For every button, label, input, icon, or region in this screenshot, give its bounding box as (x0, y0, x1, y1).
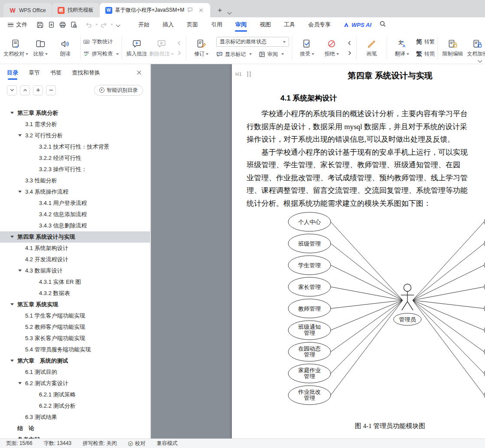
read-aloud-button[interactable]: 朗读 (53, 36, 78, 59)
toc-item[interactable]: 第三章 系统分析 (0, 107, 150, 119)
print-preview-button[interactable] (68, 19, 79, 30)
menu-tab-插入[interactable]: 插入 (156, 17, 180, 32)
quickbar-more-chevron-icon[interactable] (116, 23, 120, 27)
sidebar-tab-章节[interactable]: 章节 (29, 64, 40, 81)
close-sidebar-icon[interactable] (135, 69, 143, 77)
toc-item[interactable]: 4.2 开发流程设计 (0, 254, 150, 265)
undo-button[interactable] (83, 19, 94, 30)
toc-item[interactable]: 参考文献 (0, 434, 150, 438)
toc-expand-arrow-icon[interactable] (10, 112, 14, 114)
toc-item[interactable]: 结 论 (0, 423, 150, 434)
toc-item[interactable]: 4.3.2 数据表 (0, 288, 150, 299)
sidebar-tab-目录[interactable]: 目录 (7, 64, 18, 81)
toc-expand-arrow-icon[interactable] (10, 360, 14, 362)
restrict-editing-button[interactable]: 限制编辑 (440, 36, 465, 59)
accept-revision-button[interactable]: 接受 (295, 36, 319, 59)
word-count-indicator[interactable]: 字数: 13443 (44, 440, 72, 447)
toc-item[interactable]: 3.4 系统操作流程 (0, 186, 150, 198)
menu-tab-开始[interactable]: 开始 (132, 17, 156, 32)
wps-ai-button[interactable]: WPS AI (343, 22, 371, 28)
sidebar-tab-书签[interactable]: 书签 (50, 64, 62, 81)
review-pane-button[interactable]: 审阅 (259, 49, 284, 59)
show-markup-button[interactable]: 显示标记 (216, 49, 252, 59)
toc-item[interactable]: 6.3 测试结果 (0, 412, 150, 423)
toc-item[interactable]: 3.4.3 信息删除流程 (0, 220, 150, 231)
collapse-all-button[interactable] (20, 85, 30, 95)
track-changes-button[interactable]: 修订 (189, 36, 214, 59)
toc-item[interactable]: 3.2.1 技术可行性：技术背景 (0, 141, 150, 153)
tab-docer-templates[interactable]: 稻 找稻壳模板 (52, 3, 99, 17)
compare-button[interactable]: 比较 (28, 36, 53, 59)
toc-item[interactable]: 6.2.2 测试分析 (0, 400, 150, 412)
doc-proof-button[interactable]: 文档校对 (3, 36, 28, 59)
previous-revision-button[interactable] (345, 39, 354, 47)
markup-state-select[interactable]: 显示标记的最终状态 (216, 37, 289, 47)
new-tab-button[interactable]: + (214, 5, 225, 16)
tab-list-chevron-icon[interactable] (228, 10, 232, 15)
toc-item[interactable]: 3.2.2 经济可行性 (0, 153, 150, 164)
toc-item[interactable]: 6.2.1 测试策略 (0, 389, 150, 400)
document-page[interactable]: H1 第四章 系统设计与实现 4.1 系统架构设计 学校通小程序的系统项目的概述… (232, 64, 485, 438)
toc-item[interactable]: 5.3 家长客户端功能实现 (0, 333, 150, 344)
toc-item[interactable]: 4.1 系统架构设计 (0, 243, 150, 254)
previous-comment-button[interactable] (175, 39, 183, 47)
toc-item[interactable]: 6.2 测试方案设计 (0, 378, 150, 389)
spell-check-button[interactable]: ABC 拼写检查 (83, 49, 119, 59)
export-pdf-button[interactable] (46, 19, 57, 30)
next-revision-button[interactable] (345, 49, 354, 57)
redo-button[interactable] (98, 19, 109, 30)
toc-expand-arrow-icon[interactable] (18, 191, 22, 193)
toc-expand-arrow-icon[interactable] (18, 269, 22, 272)
toc-item[interactable]: 3.4.1 用户登录流程 (0, 198, 150, 209)
toc-item[interactable]: 第四章 系统设计与实现 (0, 231, 150, 243)
menu-tab-工具[interactable]: 工具 (277, 17, 302, 32)
toc-item[interactable]: 第六章 系统的测试 (0, 355, 150, 367)
simplified-to-traditional-button[interactable]: 简 转繁 (416, 37, 435, 47)
close-tab-icon[interactable] (198, 7, 205, 14)
toc-item[interactable]: 4.3 数据库设计 (0, 265, 150, 276)
toc-item[interactable]: 6.1 测试目的 (0, 367, 150, 378)
spellcheck-indicator[interactable]: 拼写检查: 关闭 (83, 440, 117, 447)
menu-tab-审阅[interactable]: 审阅 (229, 17, 253, 32)
toc-expand-arrow-icon[interactable] (10, 303, 14, 305)
translate-button[interactable]: 文A 翻译 (390, 36, 414, 59)
toc-item[interactable]: 5.4 管理员服务端功能实现 (0, 344, 150, 355)
print-button[interactable] (57, 19, 68, 30)
menu-tab-页面[interactable]: 页面 (180, 17, 205, 32)
word-count-button[interactable]: 123 字数统计 (83, 37, 119, 47)
brush-button[interactable]: 画笔 (359, 36, 384, 59)
zoom-in-outline-button[interactable] (33, 85, 43, 95)
save-button[interactable] (34, 19, 46, 30)
toc-item[interactable]: 3.2 可行性分析 (0, 130, 150, 141)
smart-toc-button[interactable]: 智能识别目录 (94, 85, 143, 96)
toc-item[interactable]: 5.2 教师客户端功能实现 (0, 321, 150, 333)
document-encrypt-button[interactable]: 文档加密 (465, 36, 485, 59)
sidebar-tab-查找和替换[interactable]: 查找和替换 (72, 64, 100, 81)
toc-item[interactable]: 3.3 性能分析 (0, 175, 150, 186)
toc-item[interactable]: 第五章 系统实现 (0, 299, 150, 310)
insert-comment-button[interactable]: 插入批注 (124, 36, 149, 59)
toc-item[interactable]: 4.3.1 实体 ER 图 (0, 276, 150, 288)
traditional-to-simplified-button[interactable]: 繁 转简 (416, 49, 435, 59)
menu-tab-会员专享[interactable]: 会员专享 (302, 17, 337, 32)
toc-item[interactable]: 3.1 需求分析 (0, 119, 150, 130)
file-menu-button[interactable]: 文件 (4, 17, 31, 32)
redo-caret-icon[interactable] (111, 24, 113, 26)
next-comment-button[interactable] (175, 49, 183, 57)
toc-item[interactable]: 5.1 学生客户端功能实现 (0, 310, 150, 321)
toc-expand-arrow-icon[interactable] (10, 236, 14, 238)
page-indicator[interactable]: 页面: 15/66 (6, 440, 33, 447)
toc-item[interactable]: 3.4.2 信息添加流程 (0, 209, 150, 220)
menu-tab-引用[interactable]: 引用 (205, 17, 229, 32)
toc-expand-arrow-icon[interactable] (18, 134, 22, 136)
toc-item[interactable]: 3.2.3 操作可行性： (0, 164, 150, 175)
toc-expand-arrow-icon[interactable] (18, 382, 22, 384)
tab-wps-office[interactable]: W WPS Office (3, 3, 52, 17)
reject-revision-button[interactable]: 拒绝 (319, 36, 344, 59)
tab-current-document[interactable]: W 基于微信小程序+JavaSSM+M (100, 3, 210, 17)
delete-comment-button[interactable]: 删除批注 (149, 36, 174, 59)
expand-all-button[interactable] (7, 85, 17, 95)
zoom-out-outline-button[interactable] (46, 85, 56, 95)
search-button[interactable] (379, 20, 386, 29)
menu-tab-视图[interactable]: 视图 (253, 17, 277, 32)
